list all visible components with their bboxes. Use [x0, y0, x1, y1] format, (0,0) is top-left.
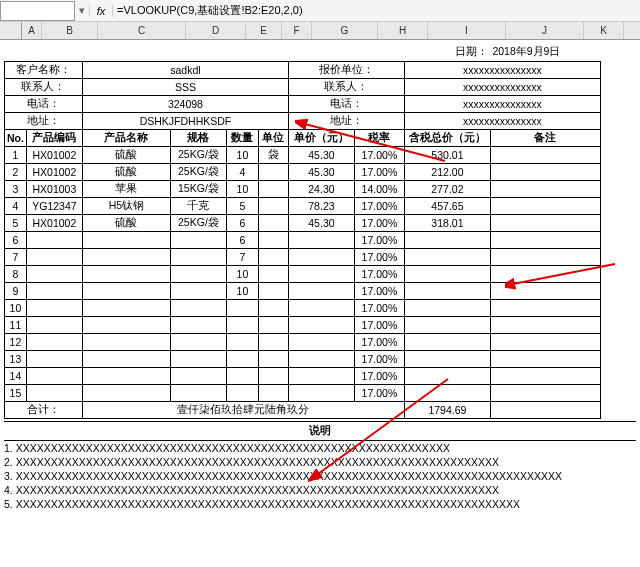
cell-remark[interactable] — [490, 197, 600, 214]
cell-tax[interactable]: 17.00% — [354, 316, 404, 333]
quoter-value[interactable]: xxxxxxxxxxxxxxx — [404, 61, 600, 78]
col-F[interactable]: F — [282, 22, 312, 39]
cell-name[interactable] — [82, 248, 170, 265]
formula-input[interactable] — [113, 3, 640, 19]
table-row[interactable]: 6617.00% — [5, 231, 601, 248]
contact2-value[interactable]: xxxxxxxxxxxxxxx — [404, 78, 600, 95]
sheet-area[interactable]: 日期： 2018年9月9日 客户名称： sadkdl 报价单位： xxxxxxx… — [0, 44, 640, 511]
cell-total[interactable]: 457.65 — [404, 197, 490, 214]
col-C[interactable]: C — [98, 22, 186, 39]
cell-code[interactable]: HX01003 — [26, 180, 82, 197]
cell-spec[interactable] — [170, 265, 226, 282]
table-row[interactable]: 1117.00% — [5, 316, 601, 333]
cell-code[interactable] — [26, 333, 82, 350]
cell-qty[interactable] — [226, 316, 258, 333]
cell-name[interactable]: H5钛钢 — [82, 197, 170, 214]
cell-price[interactable]: 45.30 — [288, 146, 354, 163]
cell-unit[interactable] — [258, 231, 288, 248]
cell-code[interactable] — [26, 367, 82, 384]
cell-unit[interactable] — [258, 214, 288, 231]
col-J[interactable]: J — [506, 22, 584, 39]
cell-total[interactable] — [404, 299, 490, 316]
cell-price[interactable] — [288, 350, 354, 367]
cell-total[interactable]: 212.00 — [404, 163, 490, 180]
cell-total[interactable]: 530.01 — [404, 146, 490, 163]
cell-spec[interactable] — [170, 384, 226, 401]
cell-qty[interactable]: 5 — [226, 197, 258, 214]
table-row[interactable]: 1317.00% — [5, 350, 601, 367]
cell-unit[interactable] — [258, 367, 288, 384]
cell-tax[interactable]: 17.00% — [354, 299, 404, 316]
cell-code[interactable] — [26, 265, 82, 282]
cell-spec[interactable]: 25KG/袋 — [170, 146, 226, 163]
cell-total[interactable] — [404, 231, 490, 248]
cell-spec[interactable]: 千克 — [170, 197, 226, 214]
table-row[interactable]: 7717.00% — [5, 248, 601, 265]
cell-unit[interactable] — [258, 333, 288, 350]
cell-qty[interactable] — [226, 333, 258, 350]
col-D[interactable]: D — [186, 22, 246, 39]
col-G[interactable]: G — [312, 22, 378, 39]
cell-tax[interactable]: 17.00% — [354, 350, 404, 367]
cell-no[interactable]: 15 — [5, 384, 27, 401]
cell-remark[interactable] — [490, 163, 600, 180]
cell-spec[interactable] — [170, 231, 226, 248]
cell-total[interactable] — [404, 384, 490, 401]
cell-tax[interactable]: 17.00% — [354, 231, 404, 248]
cell-code[interactable] — [26, 299, 82, 316]
cell-spec[interactable]: 25KG/袋 — [170, 163, 226, 180]
cell-remark[interactable] — [490, 248, 600, 265]
cell-price[interactable] — [288, 282, 354, 299]
col-K[interactable]: K — [584, 22, 624, 39]
cell-tax[interactable]: 17.00% — [354, 248, 404, 265]
cell-name[interactable]: 硫酸 — [82, 146, 170, 163]
cell-remark[interactable] — [490, 333, 600, 350]
cell-qty[interactable]: 6 — [226, 231, 258, 248]
cell-spec[interactable] — [170, 333, 226, 350]
select-all-corner[interactable] — [0, 22, 22, 39]
table-row[interactable]: 1017.00% — [5, 299, 601, 316]
phone-value[interactable]: 324098 — [82, 95, 288, 112]
cell-spec[interactable] — [170, 316, 226, 333]
cell-unit[interactable] — [258, 282, 288, 299]
cell-tax[interactable]: 17.00% — [354, 384, 404, 401]
cell-unit[interactable] — [258, 248, 288, 265]
cell-tax[interactable]: 17.00% — [354, 146, 404, 163]
cell-qty[interactable] — [226, 350, 258, 367]
cell-remark[interactable] — [490, 350, 600, 367]
cell-price[interactable]: 78.23 — [288, 197, 354, 214]
cell-no[interactable]: 10 — [5, 299, 27, 316]
cell-qty[interactable]: 6 — [226, 214, 258, 231]
cell-price[interactable] — [288, 248, 354, 265]
cell-no[interactable]: 14 — [5, 367, 27, 384]
cell-total[interactable]: 318.01 — [404, 214, 490, 231]
cell-spec[interactable]: 25KG/袋 — [170, 214, 226, 231]
cell-unit[interactable] — [258, 384, 288, 401]
cell-name[interactable] — [82, 299, 170, 316]
cell-qty[interactable]: 7 — [226, 248, 258, 265]
cell-no[interactable]: 3 — [5, 180, 27, 197]
cell-total[interactable] — [404, 367, 490, 384]
cell-qty[interactable]: 10 — [226, 146, 258, 163]
cell-name[interactable] — [82, 316, 170, 333]
cell-tax[interactable]: 17.00% — [354, 214, 404, 231]
cell-unit[interactable]: 袋 — [258, 146, 288, 163]
cell-no[interactable]: 4 — [5, 197, 27, 214]
cell-total[interactable]: 277.02 — [404, 180, 490, 197]
cell-remark[interactable] — [490, 299, 600, 316]
cell-tax[interactable]: 17.00% — [354, 197, 404, 214]
cell-code[interactable] — [26, 248, 82, 265]
cell-name[interactable] — [82, 384, 170, 401]
cell-remark[interactable] — [490, 384, 600, 401]
col-B[interactable]: B — [42, 22, 98, 39]
cell-no[interactable]: 5 — [5, 214, 27, 231]
cell-name[interactable]: 硫酸 — [82, 163, 170, 180]
cell-code[interactable]: HX01002 — [26, 214, 82, 231]
cell-price[interactable] — [288, 231, 354, 248]
cell-no[interactable]: 11 — [5, 316, 27, 333]
phone2-value[interactable]: xxxxxxxxxxxxxxx — [404, 95, 600, 112]
cell-unit[interactable] — [258, 299, 288, 316]
cell-name[interactable] — [82, 333, 170, 350]
cell-unit[interactable] — [258, 350, 288, 367]
cell-tax[interactable]: 14.00% — [354, 180, 404, 197]
